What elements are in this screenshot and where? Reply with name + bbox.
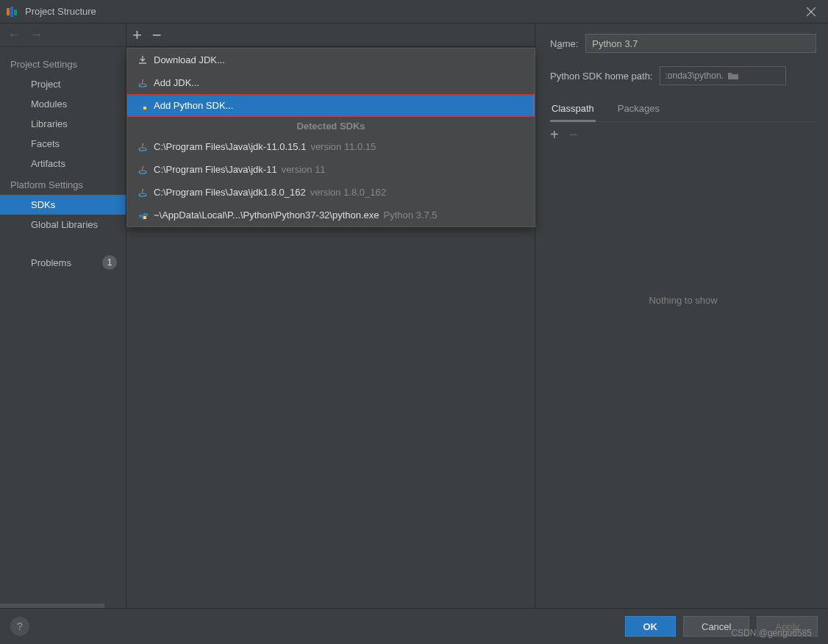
sidebar-item-modules[interactable]: Modules xyxy=(0,94,126,114)
help-button[interactable]: ? xyxy=(10,617,29,636)
window-title: Project Structure xyxy=(25,6,96,17)
app-icon xyxy=(6,7,19,17)
sidebar-item-facets[interactable]: Facets xyxy=(0,134,126,154)
download-icon xyxy=(138,55,154,65)
svg-rect-6 xyxy=(143,107,146,110)
detected-sdk-item[interactable]: C:\Program Files\Java\jdk1.8.0_162 versi… xyxy=(127,181,535,204)
menu-label: Add JDK... xyxy=(154,77,199,88)
close-icon[interactable] xyxy=(800,1,822,23)
titlebar: Project Structure xyxy=(0,0,828,24)
watermark: CSDN @gengu6585 xyxy=(731,628,812,638)
menu-add-jdk[interactable]: Add JDK... xyxy=(127,71,535,94)
sidebar-scrollbar[interactable] xyxy=(0,604,104,608)
ok-button[interactable]: OK xyxy=(625,616,677,637)
svg-rect-10 xyxy=(143,216,146,219)
empty-message: Nothing to show xyxy=(550,295,816,306)
problems-label: Problems xyxy=(31,257,71,268)
menu-add-python-sdk[interactable]: Add Python SDK... xyxy=(127,94,535,117)
detected-sdk-item[interactable]: C:\Program Files\Java\jdk-11.0.15.1 vers… xyxy=(127,135,535,158)
detected-sdk-item[interactable]: C:\Program Files\Java\jdk-11 version 11 xyxy=(127,158,535,181)
sdk-version: version 1.8.0_162 xyxy=(310,187,386,198)
sidebar-nav: ← → xyxy=(0,24,126,47)
sidebar-item-artifacts[interactable]: Artifacts xyxy=(0,154,126,173)
sdk-path-field[interactable]: :onda3\python.exe xyxy=(660,66,786,85)
sdk-path: C:\Program Files\Java\jdk1.8.0_162 xyxy=(154,187,306,198)
java-icon xyxy=(138,187,154,198)
sdk-path: C:\Program Files\Java\jdk-11.0.15.1 xyxy=(154,141,306,152)
sdk-toolbar: + − xyxy=(126,24,535,47)
details-tabs: Classpath Packages xyxy=(550,99,816,122)
menu-label: Add Python SDK... xyxy=(154,100,233,111)
name-label: Name: xyxy=(550,38,578,49)
sdk-path-value: :onda3\python.exe xyxy=(660,71,723,81)
nav-forward-icon[interactable]: → xyxy=(25,26,47,44)
sdk-version: Python 3.7.5 xyxy=(384,210,438,221)
sdk-name-input[interactable] xyxy=(585,34,816,53)
section-header-platform: Platform Settings xyxy=(0,173,126,195)
svg-point-5 xyxy=(139,84,146,87)
sidebar-item-global-libraries[interactable]: Global Libraries xyxy=(0,215,126,235)
sdk-path: ~\AppData\Local\P...\Python\Python37-32\… xyxy=(154,210,379,221)
sdk-version: version 11.0.15 xyxy=(310,141,376,152)
sidebar-item-problems[interactable]: Problems 1 xyxy=(0,251,126,274)
add-classpath-button[interactable]: + xyxy=(550,126,559,143)
path-label: Python SDK home path: xyxy=(550,71,652,82)
tab-classpath[interactable]: Classpath xyxy=(550,99,596,122)
sdk-list-panel: + − Download JDK... Add JDK... A xyxy=(126,24,535,608)
sidebar-item-sdks[interactable]: SDKs xyxy=(0,195,126,215)
svg-point-9 xyxy=(139,193,146,196)
svg-rect-0 xyxy=(7,8,10,15)
java-icon xyxy=(138,165,154,175)
remove-sdk-button[interactable]: − xyxy=(152,27,162,43)
java-icon xyxy=(138,142,154,152)
detected-sdk-item[interactable]: ~\AppData\Local\P...\Python\Python37-32\… xyxy=(127,204,535,226)
svg-rect-1 xyxy=(10,7,13,17)
sidebar-item-libraries[interactable]: Libraries xyxy=(0,114,126,134)
dropdown-separator: Detected SDKs xyxy=(127,117,535,135)
sidebar: ← → Project Settings Project Modules Lib… xyxy=(0,24,126,608)
nav-back-icon[interactable]: ← xyxy=(3,26,25,44)
folder-icon[interactable] xyxy=(723,71,785,80)
svg-point-8 xyxy=(139,171,146,173)
python-icon xyxy=(138,210,154,221)
section-header-project: Project Settings xyxy=(0,53,126,74)
svg-point-7 xyxy=(139,148,146,151)
menu-download-jdk[interactable]: Download JDK... xyxy=(127,49,535,71)
classpath-toolbar: + − xyxy=(550,122,816,148)
sidebar-item-project[interactable]: Project xyxy=(0,74,126,94)
sdk-details-panel: Name: Python SDK home path: :onda3\pytho… xyxy=(535,24,828,608)
remove-classpath-button[interactable]: − xyxy=(569,126,578,143)
problems-badge: 1 xyxy=(102,255,117,270)
tab-packages[interactable]: Packages xyxy=(616,99,661,121)
bottom-bar: ? OK Cancel Apply xyxy=(0,608,828,644)
sdk-version: version 11 xyxy=(282,164,326,175)
python-icon xyxy=(138,101,154,111)
menu-label: Download JDK... xyxy=(154,54,225,65)
add-sdk-button[interactable]: + xyxy=(132,27,142,43)
sdk-path: C:\Program Files\Java\jdk-11 xyxy=(154,164,277,175)
java-icon xyxy=(138,78,154,88)
svg-rect-2 xyxy=(14,10,17,15)
add-sdk-dropdown: Download JDK... Add JDK... Add Python SD… xyxy=(126,48,535,227)
